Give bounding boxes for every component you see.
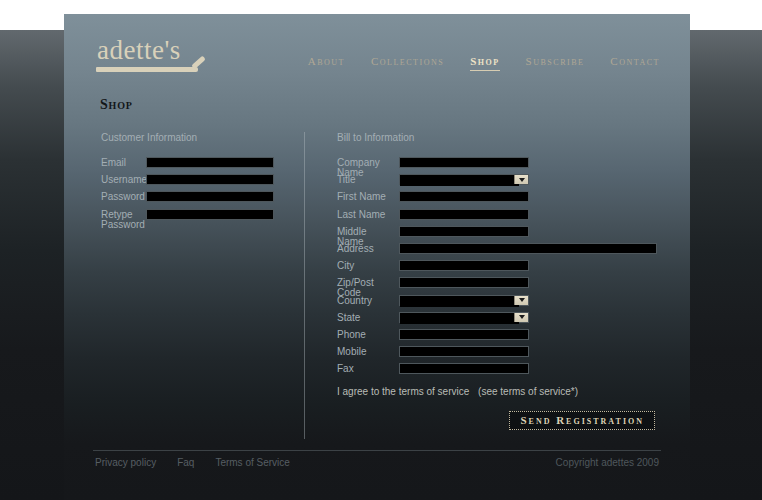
country-select-value[interactable] (400, 296, 519, 307)
state-label: State (337, 313, 395, 323)
terms-agreement: I agree to the terms of service (see ter… (337, 386, 578, 397)
city-label: City (337, 261, 395, 271)
footer-link-terms[interactable]: Terms of Service (215, 457, 289, 468)
middle-name-row: Middle Name (337, 226, 727, 237)
title-select-value[interactable] (400, 175, 519, 186)
fax-input[interactable] (399, 363, 529, 374)
footer-divider (93, 450, 661, 451)
main-nav: About Collections Shop Subscribe Contact (308, 55, 660, 71)
address-label: Address (337, 244, 395, 254)
state-row: State (337, 312, 727, 323)
customer-section-title: Customer Information (101, 132, 197, 143)
last-name-input[interactable] (399, 209, 529, 220)
company-name-input[interactable] (399, 157, 529, 168)
nav-item-contact[interactable]: Contact (610, 55, 660, 70)
main-panel: adette's About Collections Shop Subscrib… (64, 14, 690, 500)
zip-row: Zip/Post Code (337, 277, 727, 288)
title-label: Title (337, 175, 395, 185)
title-select[interactable] (399, 174, 529, 185)
terms-see-link[interactable]: (see terms of service*) (478, 386, 578, 397)
zip-input[interactable] (399, 277, 529, 288)
send-registration-button[interactable]: Send Registration (509, 411, 655, 430)
company-name-row: Company Name (337, 157, 727, 168)
first-name-row: First Name (337, 191, 727, 202)
footer-link-privacy[interactable]: Privacy policy (95, 457, 156, 468)
retype-password-row: Retype Password (101, 209, 341, 220)
billing-form: Company Name Title First Name Last Name … (337, 157, 727, 380)
state-select[interactable] (399, 312, 529, 323)
page-title: Shop (100, 97, 133, 113)
username-label: Username (101, 175, 145, 185)
email-row: Email (101, 157, 341, 168)
address-input[interactable] (399, 243, 657, 254)
last-name-label: Last Name (337, 210, 395, 220)
city-row: City (337, 260, 727, 271)
billing-section-title: Bill to Information (337, 132, 414, 143)
retype-password-label: Retype Password (101, 210, 145, 230)
brand-logo[interactable]: adette's (97, 35, 181, 65)
password-input[interactable] (146, 191, 274, 202)
phone-row: Phone (337, 329, 727, 340)
fax-row: Fax (337, 363, 727, 374)
footer: Privacy policy Faq Terms of Service Copy… (95, 457, 659, 468)
username-input[interactable] (146, 174, 274, 185)
password-row: Password (101, 191, 341, 202)
fax-label: Fax (337, 364, 395, 374)
city-input[interactable] (399, 260, 529, 271)
country-select[interactable] (399, 295, 529, 306)
country-label: Country (337, 296, 395, 306)
customer-form: Email Username Password Retype Password (101, 157, 341, 226)
first-name-label: First Name (337, 192, 395, 202)
mobile-label: Mobile (337, 347, 395, 357)
copyright-text: Copyright adettes 2009 (556, 457, 659, 468)
password-label: Password (101, 192, 145, 202)
nav-item-about[interactable]: About (308, 55, 345, 70)
logo-underline-tail (191, 56, 205, 70)
mobile-input[interactable] (399, 346, 529, 357)
terms-agree-text: I agree to the terms of service (337, 386, 469, 397)
mobile-row: Mobile (337, 346, 727, 357)
footer-link-faq[interactable]: Faq (177, 457, 194, 468)
email-label: Email (101, 158, 145, 168)
chevron-down-icon[interactable] (514, 313, 528, 322)
retype-password-input[interactable] (146, 209, 274, 220)
footer-links: Privacy policy Faq Terms of Service (95, 457, 290, 468)
last-name-row: Last Name (337, 209, 727, 220)
state-select-value[interactable] (400, 313, 519, 324)
country-row: Country (337, 295, 727, 306)
nav-item-collections[interactable]: Collections (371, 55, 444, 70)
chevron-down-icon[interactable] (514, 175, 528, 184)
title-row: Title (337, 174, 727, 185)
chevron-down-icon[interactable] (514, 296, 528, 305)
first-name-input[interactable] (399, 191, 529, 202)
username-row: Username (101, 174, 341, 185)
email-input[interactable] (146, 157, 274, 168)
phone-input[interactable] (399, 329, 529, 340)
phone-label: Phone (337, 330, 395, 340)
middle-name-input[interactable] (399, 226, 529, 237)
logo-underline-flourish (96, 67, 198, 72)
address-row: Address (337, 243, 727, 254)
nav-item-shop[interactable]: Shop (470, 55, 499, 71)
nav-item-subscribe[interactable]: Subscribe (526, 55, 585, 70)
